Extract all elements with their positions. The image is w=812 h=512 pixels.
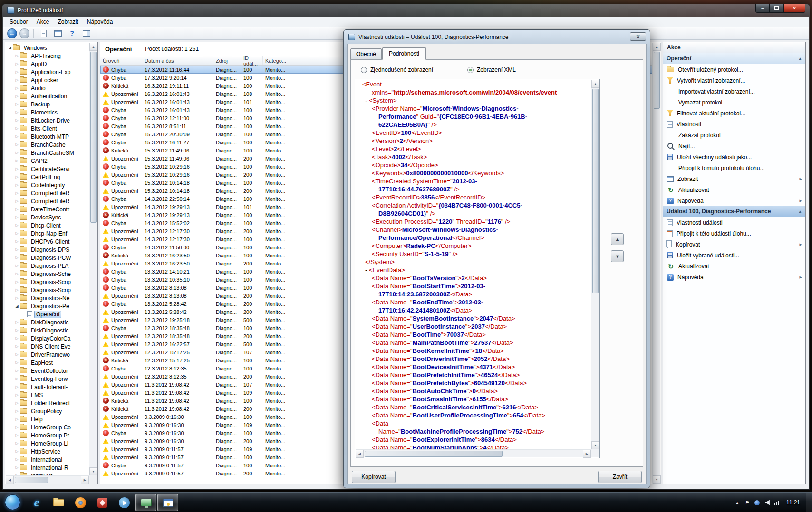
expander-icon[interactable]: ▷ (14, 425, 20, 429)
expander-icon[interactable]: ▷ (14, 449, 20, 454)
dialog-close-button[interactable]: ✕ (630, 32, 646, 41)
scrollbar-thumb[interactable] (365, 451, 503, 457)
expander-icon[interactable]: ▷ (14, 441, 20, 446)
expander-icon[interactable]: ▷ (14, 70, 20, 74)
tree-item-datetimecontr[interactable]: ▷DateTimeContr (6, 205, 89, 213)
expander-icon[interactable]: ▷ (14, 207, 20, 211)
tree-item-api-tracing[interactable]: ▷API-Tracing (6, 52, 89, 60)
action-pane-toggle-button[interactable] (80, 28, 92, 38)
expander-icon[interactable]: ◢ (14, 304, 20, 308)
action-ulo-it-vybran-ud-losti[interactable]: Uložit vybrané události... (663, 250, 805, 261)
back-button[interactable]: ← (7, 28, 17, 38)
copy-button[interactable]: Kopírovat (352, 471, 396, 483)
scrollbar-thumb[interactable] (654, 52, 660, 109)
tree-item-diagnosis-scrip[interactable]: ▷Diagnosis-Scrip (6, 278, 89, 286)
taskbar-clock[interactable]: 11:21 (786, 499, 800, 506)
expander-icon[interactable]: ▷ (14, 280, 20, 284)
action-p-ipojit-k-t-to-ud-losti-lohu[interactable]: Připojit k této události úlohu... (663, 228, 805, 239)
tree-item-windows[interactable]: ◢Windows (6, 44, 89, 52)
tree-item-branchcache[interactable]: ▷BranchCache (6, 141, 89, 149)
expander-icon[interactable]: ▷ (14, 264, 20, 268)
tab-general[interactable]: Obecné (350, 48, 382, 59)
volume-icon[interactable] (763, 497, 772, 508)
action-zak-zat-protokol[interactable]: Zakázat protokol (663, 130, 805, 141)
action-p-ipojit-k-tomuto-protokolu-lohu[interactable]: Připojit k tomuto protokolu úlohu... (663, 162, 805, 173)
action-aktualizovat[interactable]: Aktualizovat (663, 261, 805, 272)
action-group-header[interactable]: Událost 100, Diagnostics-Performance▲ (663, 206, 805, 217)
tree-item-corruptedfiler[interactable]: ▷CorruptedFileR (6, 189, 89, 197)
tree-item-bluetooth-mtp[interactable]: ▷Bluetooth-MTP (6, 133, 89, 141)
menu-n-pov-da[interactable]: Nápověda (83, 18, 117, 26)
expander-icon[interactable]: ▷ (14, 344, 20, 349)
expander-icon[interactable]: ▷ (14, 102, 20, 106)
column-header-katego[interactable]: Katego... (263, 56, 293, 65)
tree-item-opera-n[interactable]: Operační (6, 310, 89, 318)
action-vymazat-protokol[interactable]: Vymazat protokol... (663, 97, 805, 108)
tree-item-help[interactable]: ▷Help (6, 415, 89, 423)
expander-icon[interactable]: ▷ (14, 409, 20, 413)
tree-item-diagnosis-scrip[interactable]: ▷Diagnosis-Scrip (6, 286, 89, 294)
tree-item-iphlpsvc[interactable]: ▷IphlpSvc (6, 472, 89, 475)
scroll-down-icon[interactable]: ▼ (653, 475, 661, 484)
tree-vertical-scrollbar[interactable]: ▲ ▼ (89, 43, 97, 475)
tree-item-devicesync[interactable]: ▷DeviceSync (6, 213, 89, 221)
tree-item-eventcollector[interactable]: ▷EventCollector (6, 367, 89, 375)
expander-icon[interactable]: ◢ (7, 46, 13, 50)
tree-item-homegroup-pr[interactable]: ▷HomeGroup Pr (6, 431, 89, 439)
close-button[interactable]: × (784, 4, 805, 13)
tree-item-bits-client[interactable]: ▷Bits-Client (6, 124, 89, 133)
tree-item-appid[interactable]: ▷AppID (6, 60, 89, 68)
expander-icon[interactable]: ▷ (14, 247, 20, 252)
collapse-marker[interactable]: - (358, 81, 362, 88)
scroll-left-icon[interactable]: ◀ (356, 450, 364, 458)
expander-icon[interactable]: ▷ (14, 457, 20, 462)
tree-item-biometrics[interactable]: ▷Biometrics (6, 108, 89, 116)
tree-item-diagnostics-pe[interactable]: ◢Diagnostics-Pe (6, 302, 89, 310)
expander-icon[interactable]: ▷ (14, 417, 20, 421)
column-header-zdroj[interactable]: Zdroj (213, 56, 241, 65)
tree-item-diskdiagnostic[interactable]: ▷DiskDiagnostic (6, 318, 89, 326)
tree-item-authentication[interactable]: ▷Authentication (6, 92, 89, 100)
expander-icon[interactable]: ▷ (14, 352, 20, 357)
tree-item-dns-client-eve[interactable]: ▷DNS Client Eve (6, 342, 89, 351)
action-ulo-it-v-echny-ud-losti-jako[interactable]: Uložit všechny události jako... (663, 152, 805, 162)
tree-item-dhcp-nap-enf[interactable]: ▷Dhcp-Nap-Enf (6, 229, 89, 237)
tree-item-httpservice[interactable]: ▷HttpService (6, 447, 89, 455)
tree-item-diagnostics-ne[interactable]: ▷Diagnostics-Ne (6, 294, 89, 302)
previous-event-button[interactable]: ▲ (611, 233, 624, 245)
start-button[interactable] (5, 494, 20, 510)
tree-item-capi2[interactable]: ▷CAPI2 (6, 157, 89, 165)
tree-item-backup[interactable]: ▷Backup (6, 100, 89, 108)
scroll-up-icon[interactable]: ▲ (653, 43, 661, 51)
expander-icon[interactable]: ▷ (14, 433, 20, 437)
column-header-rove[interactable]: Úroveň (100, 56, 142, 65)
tree-item-diskdiagnostic[interactable]: ▷DiskDiagnostic (6, 326, 89, 334)
menu-soubor[interactable]: Soubor (5, 18, 32, 26)
expander-icon[interactable]: ▷ (14, 199, 20, 203)
chevron-icon[interactable]: ▴ (733, 497, 742, 508)
expander-icon[interactable]: ▷ (14, 465, 20, 470)
action-n-pov-da[interactable]: Nápověda▶ (663, 195, 805, 206)
tree-item-displaycolorca[interactable]: ▷DisplayColorCa (6, 334, 89, 342)
remote-taskbar-button[interactable] (135, 494, 156, 511)
expander-icon[interactable]: ▷ (14, 151, 20, 155)
dialog-title-bar[interactable]: Vlastnosti události – Událost 100, Diagn… (344, 30, 650, 44)
scroll-right-icon[interactable]: ▶ (81, 476, 89, 484)
xml-view-radio[interactable]: Zobrazení XML (467, 66, 516, 73)
expander-icon[interactable]: ▷ (14, 183, 20, 187)
expander-icon[interactable]: ▷ (14, 126, 20, 131)
expander-icon[interactable]: ▷ (14, 159, 20, 163)
console-tree-toggle-button[interactable] (52, 28, 64, 38)
tree-item-bitlocker-drive[interactable]: ▷BitLocker-Drive (6, 116, 89, 124)
scrollbar-thumb[interactable] (592, 89, 599, 293)
collapse-marker[interactable]: - (365, 266, 369, 274)
tree-item-dhcpv6-client[interactable]: ▷DHCPv6-Client (6, 237, 89, 246)
action-kop-rovat[interactable]: Kopírovat▶ (663, 239, 805, 250)
expander-icon[interactable]: ▷ (14, 256, 20, 260)
scroll-up-icon[interactable]: ▲ (89, 43, 97, 51)
expander-icon[interactable]: ▷ (14, 175, 20, 179)
network-icon[interactable] (773, 497, 782, 508)
tree-item-codeintegrity[interactable]: ▷CodeIntegrity (6, 181, 89, 189)
expander-icon[interactable]: ▷ (14, 272, 20, 276)
action-filtrovat-aktu-ln-protokol[interactable]: Filtrovat aktuální protokol... (663, 108, 805, 119)
